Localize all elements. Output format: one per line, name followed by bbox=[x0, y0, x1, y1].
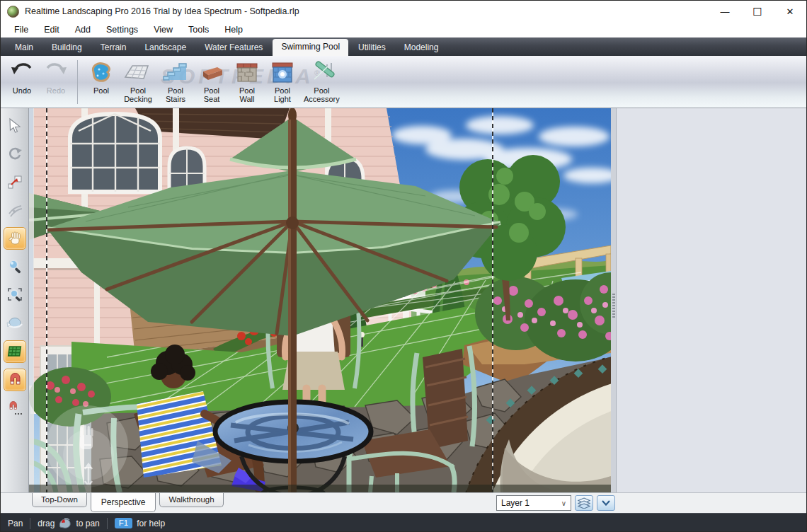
scene-viewport[interactable] bbox=[29, 108, 611, 492]
tab-modeling[interactable]: Modeling bbox=[396, 40, 447, 56]
tab-water-features[interactable]: Water Features bbox=[196, 40, 271, 56]
grid-icon bbox=[7, 344, 23, 359]
tab-swimming-pool[interactable]: Swimming Pool bbox=[273, 39, 348, 56]
arched-window-large bbox=[70, 114, 160, 192]
pool-accessory-icon bbox=[306, 59, 337, 86]
layer-expand-button[interactable] bbox=[597, 495, 615, 511]
scene-3d-preview bbox=[29, 108, 611, 492]
hand-icon bbox=[7, 231, 23, 246]
rotate-tool[interactable] bbox=[4, 142, 26, 165]
cursor-arrow-icon bbox=[7, 117, 23, 133]
drag-suffix: to pan bbox=[76, 519, 99, 528]
menu-settings[interactable]: Settings bbox=[98, 23, 146, 37]
rotate-icon bbox=[7, 146, 23, 161]
mouse-icon bbox=[59, 518, 71, 528]
tab-building[interactable]: Building bbox=[43, 40, 91, 56]
main-area bbox=[1, 108, 806, 492]
view-tab-top-down[interactable]: Top-Down bbox=[32, 493, 87, 507]
status-help-hint: F1 for help bbox=[108, 518, 172, 528]
scale-icon bbox=[7, 174, 23, 190]
status-bar: Pan drag to pan F1 for help bbox=[1, 513, 806, 532]
magnifier-icon bbox=[7, 259, 23, 274]
pan-overlay-widget bbox=[46, 405, 128, 487]
layer-select[interactable]: Layer 1 ∨ bbox=[496, 495, 571, 511]
pool-button[interactable]: Pool bbox=[84, 59, 119, 96]
orbit-icon bbox=[6, 316, 23, 331]
pool-wall-icon bbox=[233, 59, 261, 86]
view-tabs: Top-Down Perspective Walkthrough bbox=[32, 493, 227, 512]
zoom-region-tool[interactable] bbox=[4, 284, 26, 306]
layers-button[interactable] bbox=[575, 495, 593, 511]
pool-decking-icon bbox=[122, 59, 154, 86]
pool-stairs-icon bbox=[161, 59, 190, 86]
snap-options-tool[interactable] bbox=[4, 397, 26, 420]
title-bar: Realtime Landscaping Pro 2016 Trial by I… bbox=[1, 1, 806, 22]
undo-button[interactable]: Undo bbox=[5, 59, 39, 96]
combo-chevron-icon: ∨ bbox=[561, 499, 566, 507]
menu-bar: File Edit Add Settings View Tools Help bbox=[1, 22, 806, 37]
tab-landscape[interactable]: Landscape bbox=[136, 40, 195, 56]
status-mode: Pan bbox=[1, 519, 30, 528]
maximize-button[interactable]: ☐ bbox=[741, 1, 774, 22]
menu-file[interactable]: File bbox=[6, 23, 36, 37]
menu-help[interactable]: Help bbox=[217, 23, 251, 37]
pan-tool[interactable] bbox=[4, 227, 26, 250]
menu-view[interactable]: View bbox=[146, 23, 181, 37]
canvas-edge bbox=[29, 108, 34, 492]
scene-bottom-shadow bbox=[29, 485, 611, 492]
f1-key-badge: F1 bbox=[115, 518, 132, 528]
arc-icon bbox=[7, 202, 23, 218]
pool-seat-button[interactable]: Pool Seat bbox=[194, 59, 229, 104]
layer-select-value: Layer 1 bbox=[501, 498, 561, 508]
orbit-view-tool[interactable] bbox=[4, 312, 26, 335]
redo-button[interactable]: Redo bbox=[39, 59, 73, 96]
pool-light-icon bbox=[268, 59, 297, 86]
side-toolbar bbox=[1, 108, 29, 492]
menu-add[interactable]: Add bbox=[67, 23, 98, 37]
pool-decking-button[interactable]: Pool Decking bbox=[119, 59, 157, 104]
toolbar-separator bbox=[77, 60, 78, 104]
status-hint-pan: drag to pan bbox=[30, 518, 106, 528]
chevron-down-icon bbox=[602, 500, 610, 506]
select-tool[interactable] bbox=[4, 114, 26, 137]
minimize-button[interactable]: — bbox=[709, 1, 741, 22]
magnifier-region-icon bbox=[7, 287, 23, 303]
app-logo-icon bbox=[7, 6, 19, 18]
undo-icon bbox=[8, 59, 35, 86]
tab-main[interactable]: Main bbox=[6, 40, 42, 56]
pool-wall-button[interactable]: Pool Wall bbox=[229, 59, 265, 104]
close-button[interactable]: ✕ bbox=[774, 1, 806, 22]
tab-terrain[interactable]: Terrain bbox=[92, 40, 135, 56]
pool-stairs-button[interactable]: Pool Stairs bbox=[157, 59, 194, 104]
magnet-small-icon bbox=[6, 400, 23, 417]
help-suffix: for help bbox=[137, 519, 165, 528]
menu-edit[interactable]: Edit bbox=[36, 23, 67, 37]
bottom-bar: Top-Down Perspective Walkthrough Layer 1… bbox=[1, 492, 806, 513]
minimize-icon: — bbox=[721, 7, 730, 16]
maximize-icon: ☐ bbox=[752, 6, 762, 17]
drag-label: drag bbox=[38, 519, 55, 528]
pool-accessory-button[interactable]: Pool Accessory bbox=[300, 59, 343, 104]
close-icon: ✕ bbox=[786, 7, 794, 16]
snap-tool[interactable] bbox=[4, 369, 26, 391]
window-title: Realtime Landscaping Pro 2016 Trial by I… bbox=[25, 6, 299, 16]
tab-utilities[interactable]: Utilities bbox=[350, 40, 394, 56]
view-tab-perspective[interactable]: Perspective bbox=[91, 493, 156, 512]
pool-light-button[interactable]: Pool Light bbox=[265, 59, 300, 104]
scale-tool[interactable] bbox=[4, 170, 26, 193]
grid-snap-tool[interactable] bbox=[4, 340, 26, 363]
zoom-tool[interactable] bbox=[4, 255, 26, 278]
curve-edit-tool[interactable] bbox=[4, 199, 26, 221]
panel-splitter[interactable] bbox=[611, 108, 617, 492]
right-panel bbox=[617, 108, 807, 492]
layer-bar: Layer 1 ∨ bbox=[496, 495, 615, 511]
ribbon-tab-bar: Main Building Terrain Landscape Water Fe… bbox=[1, 37, 806, 56]
view-tab-walkthrough[interactable]: Walkthrough bbox=[159, 493, 223, 507]
pool-icon bbox=[87, 59, 115, 86]
redo-icon bbox=[42, 59, 69, 86]
menu-tools[interactable]: Tools bbox=[181, 23, 217, 37]
magnet-icon bbox=[7, 372, 23, 388]
splitter-grip-icon bbox=[612, 294, 615, 318]
layers-icon bbox=[578, 497, 590, 509]
pool-toolbar: SOFTPEDIA® Undo Redo Pool Pool De bbox=[1, 56, 806, 108]
